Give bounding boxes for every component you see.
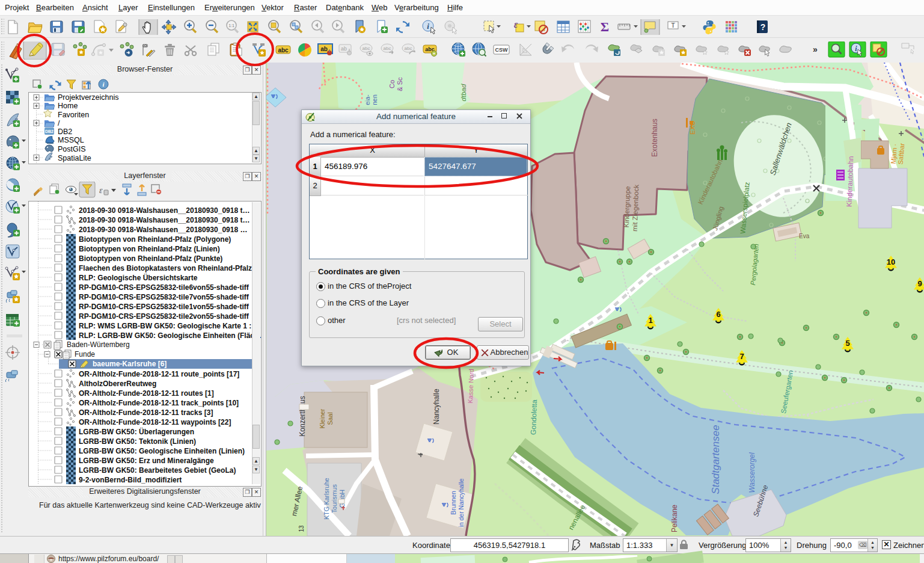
svg-text:Kasse Nord: Kasse Nord (467, 369, 475, 404)
svg-text:GmbH: GmbH (338, 490, 346, 508)
svg-text:abc: abc (363, 46, 370, 51)
svg-text:ε: ε (99, 186, 103, 195)
svg-text:ε: ε (514, 19, 518, 29)
svg-text:Gondoletta: Gondoletta (529, 399, 539, 435)
svg-text:?: ? (760, 22, 766, 32)
svg-text:Stadtgartensee: Stadtgartensee (710, 425, 721, 494)
svg-text:eia-: eia- (364, 94, 371, 105)
svg-text:Eva: Eva (799, 233, 810, 239)
svg-text:T: T (671, 22, 675, 29)
svg-text:Favoriten: Favoriten (58, 111, 89, 119)
svg-text:PostGIS: PostGIS (58, 145, 86, 153)
svg-text:Kindergruppe: Kindergruppe (623, 186, 631, 227)
svg-text:Pelikane: Pelikane (670, 505, 679, 532)
svg-text:6: 6 (716, 310, 720, 319)
svg-text:1: 1 (648, 316, 652, 325)
svg-text:DB2: DB2 (58, 128, 72, 136)
svg-text:/: / (58, 119, 60, 128)
svg-text:Projektverzeichnis: Projektverzeichnis (58, 93, 118, 102)
svg-text:Kleiner: Kleiner (319, 408, 326, 428)
svg-text:dtbad: dtbad (460, 84, 467, 101)
svg-text:Wasserorgel: Wasserorgel (748, 452, 756, 493)
svg-text:Nancyhalle: Nancyhalle (432, 389, 441, 425)
svg-text:nen: nen (371, 94, 378, 105)
svg-text:Home: Home (58, 102, 78, 110)
svg-text:1:1: 1:1 (228, 23, 234, 28)
svg-text:»: » (813, 45, 818, 54)
svg-text:Tourismus: Tourismus (331, 484, 338, 513)
svg-text:Co: Co (388, 80, 396, 88)
svg-text:Σ: Σ (601, 19, 609, 34)
svg-text:ab: ab (341, 46, 347, 52)
svg-text:KTG Karlsruhe: KTG Karlsruhe (323, 478, 330, 520)
svg-text:MSSQL: MSSQL (58, 136, 84, 144)
svg-text:& Sc: & Sc (396, 77, 403, 91)
svg-text:abc: abc (405, 46, 412, 51)
svg-text:i: i (427, 22, 429, 31)
svg-text:Konzerthaus: Konzerthaus (298, 396, 307, 436)
svg-text:7: 7 (739, 352, 744, 361)
svg-text:Brunnen: Brunnen (450, 491, 457, 515)
svg-text:Exotenhaus: Exotenhaus (650, 118, 659, 156)
svg-text:ab: ab (320, 46, 328, 52)
svg-text:Saal: Saal (326, 412, 334, 425)
svg-text:abc: abc (278, 47, 289, 54)
svg-text:5: 5 (845, 339, 849, 348)
svg-text:abc: abc (384, 46, 391, 51)
svg-text:DB2: DB2 (45, 129, 54, 134)
svg-text:9: 9 (917, 279, 922, 288)
svg-text:EXO: EXO (689, 120, 696, 135)
svg-text:in der Nancyhalle: in der Nancyhalle (457, 478, 465, 527)
svg-text:CSW: CSW (495, 47, 509, 53)
svg-text:Kinderautobahn: Kinderautobahn (845, 156, 855, 207)
svg-text:10: 10 (887, 257, 895, 266)
svg-text:SpatiaLite: SpatiaLite (58, 154, 91, 162)
svg-text:13: 13 (298, 525, 305, 532)
